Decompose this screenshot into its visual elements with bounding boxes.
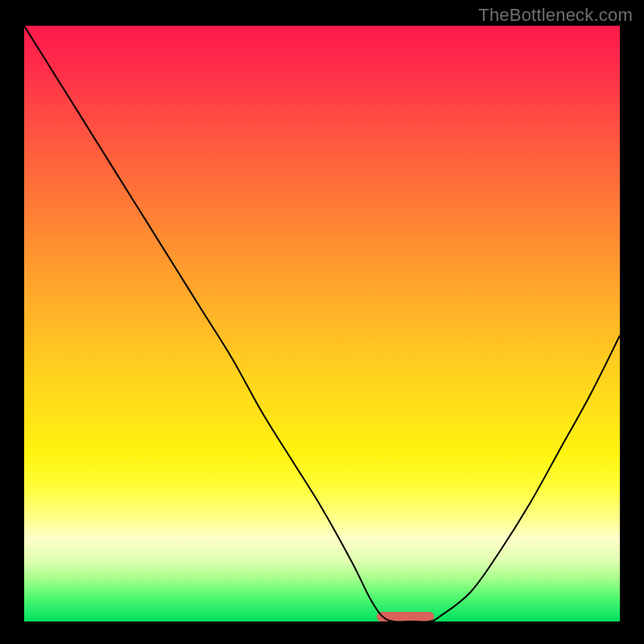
plot-area [24,26,620,621]
bottleneck-curve [24,26,620,621]
watermark-text: TheBottleneck.com [478,5,633,26]
chart-frame: TheBottleneck.com [0,0,644,644]
curve-main [24,26,620,621]
